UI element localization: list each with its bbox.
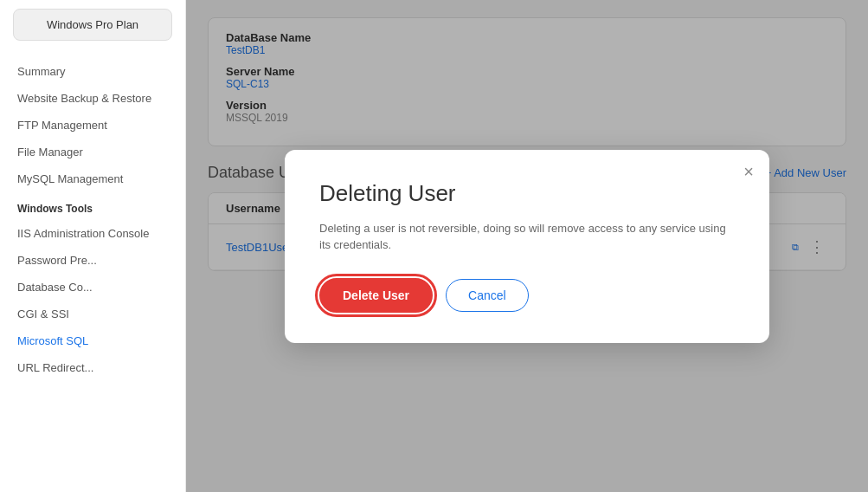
sidebar-item-iis[interactable]: IIS Administration Console <box>0 220 185 247</box>
sidebar-item-summary[interactable]: Summary <box>0 58 185 85</box>
windows-tools-section: Windows Tools <box>0 192 185 220</box>
sidebar-item-database-console[interactable]: Database Co... <box>0 274 185 301</box>
sidebar-item-ftp[interactable]: FTP Management <box>0 112 185 139</box>
sidebar-item-url-redirect[interactable]: URL Redirect... <box>0 354 185 381</box>
modal-description: Deleting a user is not reversible, doing… <box>319 220 735 254</box>
sidebar-item-mssql[interactable]: Microsoft SQL <box>0 327 185 354</box>
plan-button[interactable]: Windows Pro Plan <box>13 9 172 41</box>
sidebar-item-password[interactable]: Password Pre... <box>0 247 185 274</box>
delete-user-modal: × Deleting User Deleting a user is not r… <box>285 150 769 343</box>
modal-title: Deleting User <box>319 180 735 207</box>
sidebar-item-mysql[interactable]: MySQL Management <box>0 165 185 192</box>
main-content: DataBase Name TestDB1 Server Name SQL-C1… <box>186 0 868 492</box>
sidebar-item-backup[interactable]: Website Backup & Restore <box>0 85 185 112</box>
sidebar-item-file-manager[interactable]: File Manager <box>0 139 185 165</box>
sidebar-item-cgi[interactable]: CGI & SSI <box>0 301 185 327</box>
modal-close-button[interactable]: × <box>743 163 754 180</box>
cancel-button[interactable]: Cancel <box>446 279 529 312</box>
modal-actions: Delete User Cancel <box>319 278 735 313</box>
sidebar: Windows Pro Plan Summary Website Backup … <box>0 0 186 492</box>
modal-overlay[interactable]: × Deleting User Deleting a user is not r… <box>186 0 868 492</box>
delete-user-button[interactable]: Delete User <box>319 278 433 313</box>
